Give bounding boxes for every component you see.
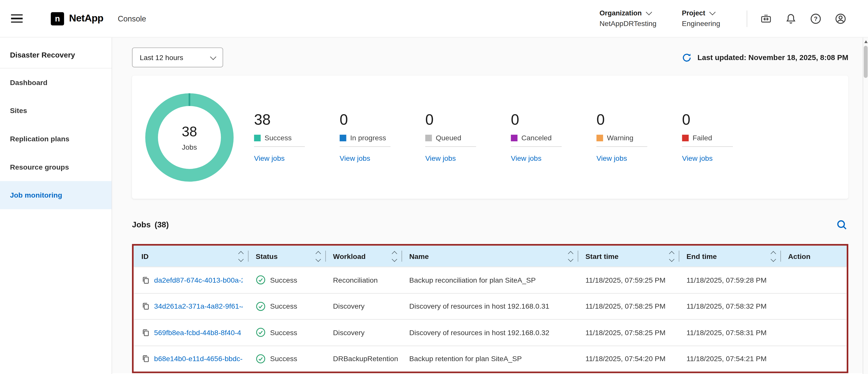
job-id-link[interactable]: 34d261a2-371a-4a82-9f61-4 bbox=[154, 302, 242, 310]
topbar-divider bbox=[747, 10, 747, 27]
view-jobs-link[interactable]: View jobs bbox=[682, 154, 713, 162]
organization-selector[interactable]: Organization NetAppDRTesting bbox=[600, 9, 657, 28]
success-check-icon bbox=[256, 354, 266, 364]
stat-label: Queued bbox=[436, 133, 461, 142]
stat-success: 38 Success View jobs bbox=[254, 112, 340, 163]
sidebar-title: Disaster Recovery bbox=[0, 38, 112, 69]
job-id-link[interactable]: 569fb8ea-fcbd-44b8-8f40-4 bbox=[154, 328, 241, 337]
table-row: da2efd87-674c-4013-b00a-2 Success Reconc… bbox=[133, 267, 846, 293]
menu-icon[interactable] bbox=[11, 12, 26, 25]
sort-icon bbox=[239, 252, 242, 261]
scroll-up-arrow-icon[interactable] bbox=[864, 40, 867, 43]
job-status: Success bbox=[270, 276, 297, 284]
job-name: Discovery of resources in host 192.168.0… bbox=[401, 320, 578, 345]
view-jobs-link[interactable]: View jobs bbox=[511, 154, 541, 162]
view-jobs-link[interactable]: View jobs bbox=[425, 154, 456, 162]
topbar-icons: ? bbox=[757, 9, 849, 27]
job-id-link[interactable]: da2efd87-674c-4013-b00a-2 bbox=[154, 276, 242, 284]
success-check-icon bbox=[256, 328, 266, 337]
stat-label: In progress bbox=[350, 133, 386, 142]
stat-count: 0 bbox=[340, 112, 425, 129]
job-action bbox=[780, 267, 847, 293]
job-id-link[interactable]: b68e14b0-e11d-4656-bbdc- bbox=[154, 354, 242, 363]
job-action bbox=[780, 293, 847, 319]
stat-label: Canceled bbox=[521, 133, 552, 142]
column-header-start-time[interactable]: Start time bbox=[578, 246, 679, 267]
last-updated: Last updated: November 18, 2025, 8:08 PM bbox=[681, 52, 848, 63]
brand-name: NetApp bbox=[69, 12, 103, 24]
stat-queued: 0 Queued View jobs bbox=[425, 112, 511, 163]
sidebar-item-dashboard[interactable]: Dashboard bbox=[0, 68, 112, 97]
job-workload: Discovery bbox=[325, 320, 401, 345]
stat-count: 0 bbox=[682, 112, 768, 129]
column-header-action: Action bbox=[780, 246, 847, 267]
job-action bbox=[780, 320, 847, 345]
stat-label: Failed bbox=[692, 133, 712, 142]
success-check-icon bbox=[256, 301, 266, 311]
stat-failed: 0 Failed View jobs bbox=[682, 112, 768, 163]
column-header-end-time[interactable]: End time bbox=[679, 246, 780, 267]
page-body: Disaster Recovery Dashboard Sites Replic… bbox=[0, 38, 868, 374]
column-header-name[interactable]: Name bbox=[401, 246, 578, 267]
sidebar-item-resource-groups[interactable]: Resource groups bbox=[0, 153, 112, 181]
copy-icon[interactable] bbox=[142, 354, 150, 363]
copy-icon[interactable] bbox=[142, 302, 150, 310]
view-jobs-link[interactable]: View jobs bbox=[254, 154, 284, 162]
project-selector[interactable]: Project Engineering bbox=[682, 9, 720, 28]
job-end-time: 11/18/2025, 07:58:32 PM bbox=[679, 293, 780, 319]
organization-value: NetAppDRTesting bbox=[600, 20, 657, 28]
stat-count: 0 bbox=[425, 112, 511, 129]
sidebar-item-job-monitoring[interactable]: Job monitoring bbox=[0, 181, 112, 210]
status-stats: 38 Success View jobs 0 In progress View … bbox=[254, 112, 768, 163]
stat-count: 0 bbox=[597, 112, 682, 129]
search-icon[interactable] bbox=[835, 218, 848, 231]
sort-icon bbox=[771, 252, 775, 261]
stat-count: 38 bbox=[254, 112, 340, 129]
stat-canceled: 0 Canceled View jobs bbox=[511, 112, 596, 163]
column-header-status[interactable]: Status bbox=[248, 246, 325, 267]
job-start-time: 11/18/2025, 07:54:20 PM bbox=[578, 346, 679, 372]
job-end-time: 11/18/2025, 07:59:28 PM bbox=[679, 267, 780, 293]
job-name: Backup reconciliation for plan SiteA_SP bbox=[401, 267, 578, 293]
sort-icon bbox=[670, 252, 673, 261]
donut-total: 38 bbox=[182, 123, 197, 139]
app-title: Console bbox=[118, 14, 146, 23]
sort-icon bbox=[392, 252, 396, 261]
refresh-icon[interactable] bbox=[681, 52, 692, 63]
job-action bbox=[780, 346, 847, 372]
sort-icon bbox=[316, 252, 320, 261]
warning-swatch bbox=[597, 134, 603, 141]
canceled-swatch bbox=[511, 134, 517, 141]
job-name: Discovery of resources in host 192.168.0… bbox=[401, 293, 578, 319]
help-icon[interactable]: ? bbox=[807, 9, 825, 27]
svg-text:?: ? bbox=[814, 15, 818, 22]
copy-icon[interactable] bbox=[142, 276, 150, 284]
project-value: Engineering bbox=[682, 20, 720, 28]
job-start-time: 11/18/2025, 07:58:25 PM bbox=[578, 320, 679, 345]
stat-warning: 0 Warning View jobs bbox=[597, 112, 682, 163]
notifications-icon[interactable] bbox=[782, 9, 800, 27]
toolbar-row: Last 12 hours Last updated: November 18,… bbox=[132, 48, 848, 67]
time-range-select[interactable]: Last 12 hours bbox=[132, 48, 223, 67]
connector-icon[interactable] bbox=[757, 9, 775, 27]
stat-count: 0 bbox=[511, 112, 596, 129]
netapp-logo[interactable]: n NetApp bbox=[51, 12, 103, 25]
time-range-value: Last 12 hours bbox=[140, 53, 183, 62]
view-jobs-link[interactable]: View jobs bbox=[340, 154, 370, 162]
account-icon[interactable] bbox=[832, 9, 849, 27]
chevron-down-icon bbox=[210, 54, 216, 60]
column-header-workload[interactable]: Workload bbox=[325, 246, 401, 267]
netapp-console-app: n NetApp Console Organization NetAppDRTe… bbox=[0, 0, 868, 374]
scrollbar-thumb[interactable] bbox=[864, 46, 868, 78]
table-header: ID Status Workload Name Start time End t… bbox=[133, 246, 846, 267]
column-header-id[interactable]: ID bbox=[133, 246, 248, 267]
view-jobs-link[interactable]: View jobs bbox=[597, 154, 627, 162]
sidebar-item-replication-plans[interactable]: Replication plans bbox=[0, 125, 112, 153]
copy-icon[interactable] bbox=[142, 328, 150, 337]
sidebar-item-sites[interactable]: Sites bbox=[0, 97, 112, 125]
table-row: b68e14b0-e11d-4656-bbdc- Success DRBacku… bbox=[133, 345, 846, 372]
jobs-title: Jobs bbox=[132, 220, 151, 229]
job-end-time: 11/18/2025, 07:54:21 PM bbox=[679, 346, 780, 372]
job-workload: Reconciliation bbox=[325, 267, 401, 293]
vertical-scrollbar[interactable] bbox=[863, 38, 868, 374]
